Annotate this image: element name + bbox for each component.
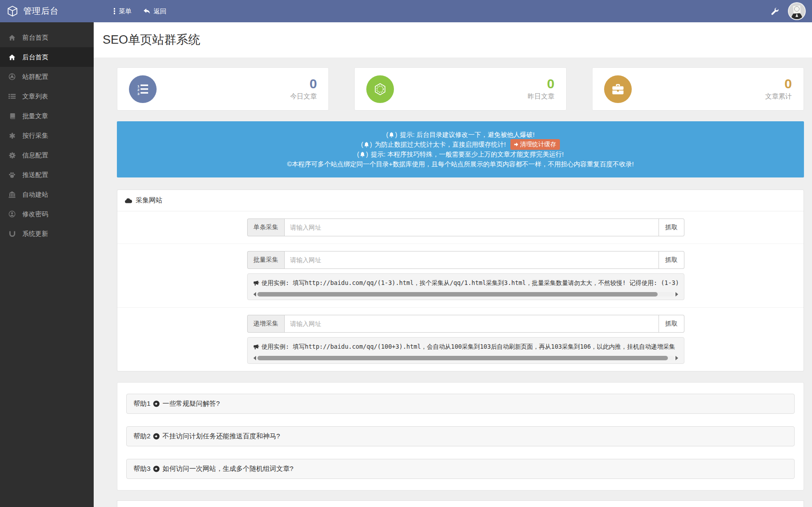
arrow-circle-right-icon <box>153 400 160 407</box>
stat-label: 昨日文章 <box>528 92 555 101</box>
increment-collect-url-input[interactable] <box>284 315 659 333</box>
sidebar-item-front-home[interactable]: 前台首页 <box>0 28 94 47</box>
avatar[interactable] <box>788 2 806 20</box>
clear-cache-button[interactable]: 清理统计缓存 <box>510 139 560 150</box>
scrollbar-thumb[interactable] <box>257 292 658 297</box>
sidebar-item-label: 自动建站 <box>22 190 48 199</box>
topbar-right <box>771 2 812 20</box>
paren: ( <box>386 131 389 138</box>
horizontal-scrollbar[interactable] <box>253 355 678 361</box>
sidebar-menu: 前台首页 后台首页 站群配置 <box>0 22 94 243</box>
notice-text: 提示: 本程序技巧特殊，一般需要至少上万的文章才能支撑完美运行! <box>371 150 564 159</box>
stat-card-today: 1 2 3 0 今日文章 <box>117 67 329 111</box>
scrollbar-track[interactable] <box>257 356 674 360</box>
increment-collect-help-box: 使用实例: 填写http://baidu.com/qq/(100+3).html… <box>247 337 684 364</box>
sidebar-item-label: 信息配置 <box>22 151 48 160</box>
input-group-wrap: 递增采集 抓取 <box>247 315 684 333</box>
back-link[interactable]: 返回 <box>143 7 166 16</box>
sidebar-item-line-collect[interactable]: 按行采集 <box>0 126 94 145</box>
stat-cards-row: 1 2 3 0 今日文章 <box>117 67 804 111</box>
stat-value: 0 <box>765 77 792 91</box>
help-text-row: 使用实例: 填写http://baidu.com/qq/(100+3).html… <box>253 343 678 351</box>
paw-icon <box>8 172 16 178</box>
sidebar-item-label: 修改密码 <box>22 210 48 218</box>
input-group-wrap: 单条采集 抓取 <box>247 218 684 236</box>
single-collect-label: 单条采集 <box>247 218 284 236</box>
clear-cache-label: 清理统计缓存 <box>520 140 556 148</box>
increment-collect-fetch-button[interactable]: 抓取 <box>659 315 684 333</box>
paren: ) <box>395 131 399 138</box>
single-collect-fetch-button[interactable]: 抓取 <box>659 218 684 236</box>
notice-line: ( ) 提示: 后台目录建议修改一下，避免被他人爆破! <box>121 130 800 140</box>
paren: ( <box>357 151 359 158</box>
arrow-right-icon <box>514 142 518 147</box>
book-icon <box>8 113 16 120</box>
sidebar-item-label: 文章列表 <box>22 92 48 101</box>
stat-card-right: 0 昨日文章 <box>528 77 555 101</box>
sidebar-item-auto-build[interactable]: 自动建站 <box>0 185 94 204</box>
help-text: 如何访问一次网站，生成多个随机组词文章? <box>162 465 293 473</box>
input-group: 单条采集 抓取 <box>247 218 684 236</box>
sidebar-item-push-config[interactable]: 推送配置 <box>0 165 94 185</box>
help-prefix: 帮助3 <box>133 465 150 473</box>
sidebar-item-label: 后台首页 <box>22 53 48 62</box>
scrollbar-thumb[interactable] <box>257 356 668 360</box>
scroll-right-arrow-icon[interactable] <box>675 356 678 360</box>
scroll-left-arrow-icon[interactable] <box>253 356 256 360</box>
collect-row-batch: 批量采集 抓取 使用实例: 填写 <box>117 244 804 308</box>
sidebar-item-back-home[interactable]: 后台首页 <box>0 47 94 67</box>
horizontal-scrollbar[interactable] <box>253 291 678 297</box>
stat-card-total: 0 文章累计 <box>592 67 804 111</box>
batch-collect-fetch-button[interactable]: 抓取 <box>659 251 684 269</box>
wrench-icon[interactable] <box>771 7 779 15</box>
back-label: 返回 <box>153 7 166 16</box>
bell-icon <box>364 142 369 148</box>
stat-card-right: 0 今日文章 <box>290 77 317 101</box>
help-prefix: 帮助2 <box>133 432 150 441</box>
menu-label: 菜单 <box>119 7 132 16</box>
help-text-row: 使用实例: 填写http://baidu.com/qq/(1-3).html，挨… <box>253 279 678 287</box>
help-item-3[interactable]: 帮助3 如何访问一次网站，生成多个随机组词文章? <box>126 459 795 479</box>
increment-collect-help-text: 使用实例: 填写http://baidu.com/qq/(100+3).html… <box>261 343 675 351</box>
scrollbar-track[interactable] <box>257 292 674 297</box>
batch-collect-url-input[interactable] <box>284 251 659 269</box>
help-prefix: 帮助1 <box>133 400 150 408</box>
hexagon-spinner-icon <box>366 75 394 103</box>
stat-label: 文章累计 <box>765 92 792 101</box>
bullhorn-icon <box>253 280 259 286</box>
page-title: SEO单页站群系统 <box>103 32 803 48</box>
sidebar-item-change-password[interactable]: 修改密码 <box>0 204 94 224</box>
main-content: SEO单页站群系统 1 2 3 0 今日文章 <box>94 0 812 507</box>
scroll-right-arrow-icon[interactable] <box>675 292 678 297</box>
home-icon <box>8 54 16 61</box>
batch-collect-help-text: 使用实例: 填写http://baidu.com/qq/(1-3).html，挨… <box>261 279 678 287</box>
gear-icon <box>8 152 16 159</box>
stat-card-right: 0 文章累计 <box>765 77 792 101</box>
sidebar-item-article-list[interactable]: 文章列表 <box>0 87 94 106</box>
increment-collect-label: 递增采集 <box>247 315 284 333</box>
single-collect-url-input[interactable] <box>284 218 659 236</box>
vertical-dots-icon <box>113 8 116 15</box>
sidebar-item-info-config[interactable]: 信息配置 <box>0 145 94 165</box>
stat-label: 今日文章 <box>290 92 317 101</box>
sidebar-item-system-update[interactable]: 系统更新 <box>0 224 94 243</box>
list-icon <box>8 93 16 99</box>
sidebar-item-sitegroup-config[interactable]: 站群配置 <box>0 67 94 87</box>
content-body: 1 2 3 0 今日文章 <box>94 58 812 507</box>
help-item-2[interactable]: 帮助2 不挂访问计划任务还能推送百度和神马? <box>126 426 795 446</box>
topbar: 管理后台 菜单 返回 <box>0 0 812 22</box>
sidebar: 前台首页 后台首页 站群配置 <box>0 22 94 507</box>
notice-text: 提示: 后台目录建议修改一下，避免被他人爆破! <box>400 131 534 139</box>
help-text: 不挂访问计划任务还能推送百度和神马? <box>162 432 280 441</box>
notice-line: ( ) 为防止数据过大统计太卡，直接启用缓存统计! 清理统计缓存 <box>121 140 800 149</box>
brand[interactable]: 管理后台 <box>0 5 94 17</box>
help-text: 一些常规疑问解答? <box>162 400 220 408</box>
collect-panel: 采集网站 单条采集 抓取 批量采集 抓取 <box>117 190 804 371</box>
topnav: 菜单 返回 <box>113 7 166 16</box>
menu-link[interactable]: 菜单 <box>113 7 132 16</box>
scroll-left-arrow-icon[interactable] <box>253 292 256 297</box>
help-item-1[interactable]: 帮助1 一些常规疑问解答? <box>126 394 795 414</box>
collect-panel-heading: 采集网站 <box>117 190 804 211</box>
paren: ) <box>370 141 374 148</box>
sidebar-item-batch-articles[interactable]: 批量文章 <box>0 106 94 126</box>
